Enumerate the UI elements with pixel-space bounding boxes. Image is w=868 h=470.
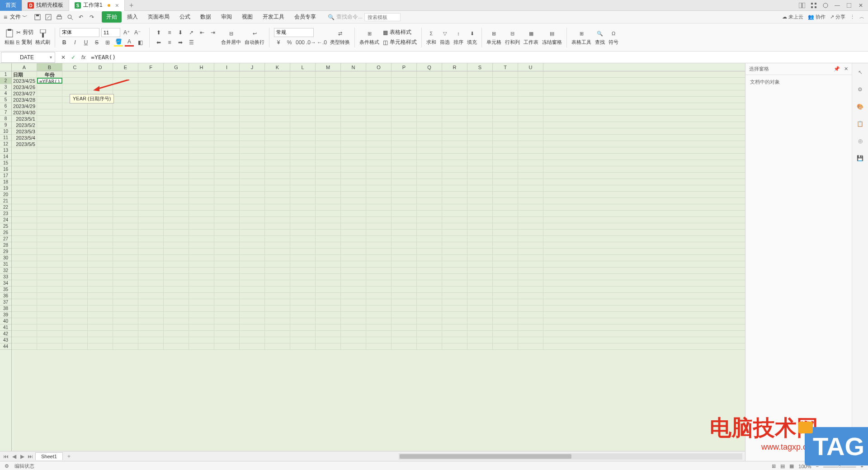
menu-tab-data[interactable]: 数据: [196, 11, 216, 23]
cell-P31[interactable]: [392, 261, 417, 267]
dec-inc-icon[interactable]: .0→: [307, 38, 316, 47]
cell-N8[interactable]: [341, 116, 366, 122]
cell-R20[interactable]: [442, 192, 467, 197]
cell-O44[interactable]: [366, 343, 392, 349]
cell-A3[interactable]: 2023/4/26: [12, 84, 37, 90]
cell-O20[interactable]: [366, 192, 392, 197]
cell-H14[interactable]: [189, 154, 214, 160]
cell-M39[interactable]: [316, 312, 341, 318]
cell-A29[interactable]: [12, 249, 37, 254]
cell-R31[interactable]: [442, 261, 467, 267]
cell-L19[interactable]: [290, 185, 316, 191]
cell-F26[interactable]: [138, 230, 164, 235]
cell-L4[interactable]: [290, 90, 316, 96]
cell-F32[interactable]: [138, 268, 164, 273]
cell-O8[interactable]: [366, 116, 392, 122]
cell-S30[interactable]: [467, 255, 493, 261]
pin-icon[interactable]: 📌: [834, 66, 840, 71]
cell-H32[interactable]: [189, 268, 214, 273]
table-tools-button[interactable]: ⊞表格工具: [571, 29, 591, 46]
cell-O25[interactable]: [366, 223, 392, 229]
cell-N11[interactable]: [341, 135, 366, 141]
cell-J9[interactable]: [240, 122, 265, 128]
cell-U43[interactable]: [518, 337, 543, 343]
cell-L44[interactable]: [290, 343, 316, 349]
cell-I26[interactable]: [214, 230, 240, 235]
cell-A37[interactable]: [12, 299, 37, 305]
cell-Q41[interactable]: [417, 324, 442, 330]
cell-I40[interactable]: [214, 318, 240, 324]
cell-M27[interactable]: [316, 236, 341, 242]
col-header-U[interactable]: U: [518, 63, 543, 71]
merge-button[interactable]: ⊟ 合并居中: [221, 29, 241, 46]
cell-N30[interactable]: [341, 255, 366, 261]
formula-input[interactable]: =YEAR(): [88, 54, 868, 61]
cell-B23[interactable]: [37, 211, 62, 216]
cell-Q28[interactable]: [417, 242, 442, 248]
row-header-42[interactable]: 42: [0, 331, 11, 337]
cell-L36[interactable]: [290, 293, 316, 299]
cell-D7[interactable]: [88, 109, 113, 115]
cell-J17[interactable]: [240, 173, 265, 179]
cell-T33[interactable]: [493, 274, 518, 280]
cell-D40[interactable]: [88, 318, 113, 324]
cell-E32[interactable]: [113, 268, 138, 273]
cell-G4[interactable]: [164, 90, 189, 96]
cell-N2[interactable]: [341, 78, 366, 84]
row-header-2[interactable]: 2: [0, 78, 11, 84]
cell-T14[interactable]: [493, 154, 518, 160]
cell-I35[interactable]: [214, 287, 240, 292]
cell-G44[interactable]: [164, 343, 189, 349]
percent-icon[interactable]: %: [285, 38, 294, 47]
cell-G3[interactable]: [164, 84, 189, 90]
cell-R18[interactable]: [442, 179, 467, 185]
cell-R33[interactable]: [442, 274, 467, 280]
cell-L18[interactable]: [290, 179, 316, 185]
cell-F31[interactable]: [138, 261, 164, 267]
cell-I14[interactable]: [214, 154, 240, 160]
cell-Q18[interactable]: [417, 179, 442, 185]
cell-M40[interactable]: [316, 318, 341, 324]
backup-tool-icon[interactable]: 💾: [856, 154, 865, 163]
cell-S7[interactable]: [467, 109, 493, 115]
cell-N7[interactable]: [341, 109, 366, 115]
clipboard-tool-icon[interactable]: 📋: [856, 119, 865, 128]
cell-G36[interactable]: [164, 293, 189, 299]
cell-B28[interactable]: [37, 242, 62, 248]
filter-button[interactable]: ▽筛选: [440, 29, 450, 46]
cell-H44[interactable]: [189, 343, 214, 349]
cell-Q7[interactable]: [417, 109, 442, 115]
cell-H4[interactable]: [189, 90, 214, 96]
cell-S8[interactable]: [467, 116, 493, 122]
cell-D24[interactable]: [88, 217, 113, 223]
cell-R38[interactable]: [442, 306, 467, 311]
cell-K39[interactable]: [265, 312, 290, 318]
col-header-G[interactable]: G: [164, 63, 189, 71]
cell-P41[interactable]: [392, 324, 417, 330]
cell-C20[interactable]: [62, 192, 88, 197]
cell-N3[interactable]: [341, 84, 366, 90]
align-middle-icon[interactable]: ≡: [165, 28, 174, 37]
cell-T42[interactable]: [493, 331, 518, 337]
cell-L3[interactable]: [290, 84, 316, 90]
cell-J27[interactable]: [240, 236, 265, 242]
comma-icon[interactable]: 000: [296, 38, 305, 47]
cell-C19[interactable]: [62, 185, 88, 191]
cell-P27[interactable]: [392, 236, 417, 242]
cell-J6[interactable]: [240, 103, 265, 109]
row-header-14[interactable]: 14: [0, 154, 11, 160]
cell-H8[interactable]: [189, 116, 214, 122]
cell-M4[interactable]: [316, 90, 341, 96]
row-header-16[interactable]: 16: [0, 166, 11, 173]
dec-dec-icon[interactable]: ←.0: [317, 38, 326, 47]
cell-E21[interactable]: [113, 198, 138, 204]
cell-H7[interactable]: [189, 109, 214, 115]
cell-N43[interactable]: [341, 337, 366, 343]
cell-S21[interactable]: [467, 198, 493, 204]
cell-F33[interactable]: [138, 274, 164, 280]
cell-Q42[interactable]: [417, 331, 442, 337]
cell-style-button[interactable]: ◫单元格样式: [383, 38, 417, 47]
cell-B9[interactable]: [37, 122, 62, 128]
cell-C42[interactable]: [62, 331, 88, 337]
cell-P43[interactable]: [392, 337, 417, 343]
